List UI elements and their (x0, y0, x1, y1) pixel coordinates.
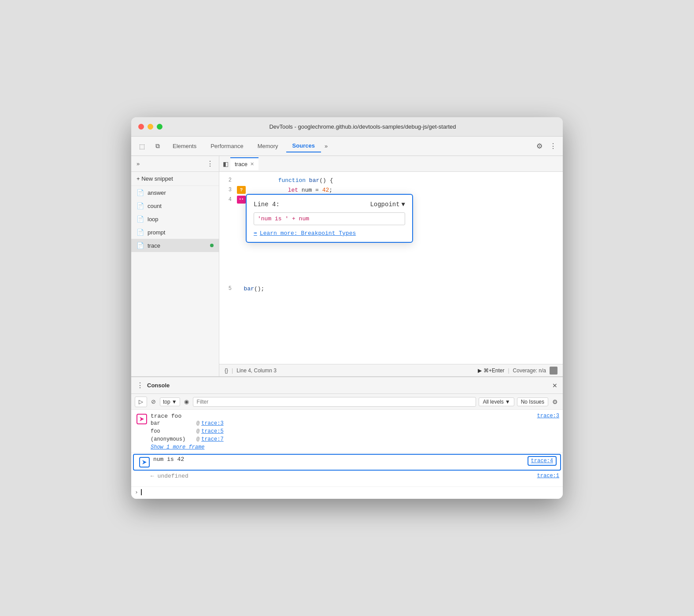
code-area[interactable]: 2 function bar() { 3 ? let num = 42; 4 (219, 172, 563, 364)
snippet-list: 📄 answer 📄 count 📄 loop 📄 prompt 📄 (131, 186, 219, 376)
tab-elements[interactable]: Elements (166, 140, 203, 152)
editor-area: ◧ trace ✕ 2 function bar() { 3 (219, 156, 563, 376)
tab-sources[interactable]: Sources (286, 140, 321, 152)
sidebar-options-icon[interactable]: ⋮ (205, 159, 215, 169)
logpoint-blue-icon[interactable] (139, 457, 150, 468)
logpoint-type-dropdown[interactable]: Logpoint ▼ (370, 201, 405, 208)
tab-bar: ⬚ ⧉ Elements Performance Memory Sources … (131, 137, 563, 156)
minimize-button[interactable] (148, 124, 153, 130)
console-toolbar: ▷ ⊘ top ▼ ◉ All levels ▼ No Issues ⚙ (131, 394, 563, 410)
traffic-lights (138, 124, 162, 130)
new-snippet-label: + New snippet (137, 175, 173, 182)
snippet-name: answer (148, 189, 166, 196)
circle-arrow-icon: ➡ (254, 230, 257, 237)
logpoint-source-link[interactable]: trace:4 (528, 456, 557, 466)
tab-performance[interactable]: Performance (204, 140, 249, 152)
prompt-cursor[interactable] (141, 489, 142, 495)
tab-close-icon[interactable]: ✕ (250, 161, 254, 167)
format-button[interactable]: {} (225, 367, 228, 374)
file-icon: 📄 (137, 215, 144, 223)
sidebar-toolbar: » ⋮ (131, 156, 219, 172)
show-more-link[interactable]: Show 1 more frame (151, 444, 204, 450)
trace-icon-container (135, 413, 149, 425)
stack-at: @ (196, 436, 199, 442)
stack-line-anon: (anonymous) @ trace:7 (151, 435, 534, 443)
learn-more-link[interactable]: ➡ Learn more: Breakpoint Types (254, 230, 405, 237)
logpoint-popup: Line 4: Logpoint ▼ ➡ Learn more: Breakpo… (246, 194, 413, 243)
console-section: ⋮ Console ✕ ▷ ⊘ top ▼ ◉ All levels ▼ No … (131, 376, 563, 499)
execute-script-button[interactable]: ▷ (135, 397, 147, 407)
return-icon-container (135, 473, 149, 485)
logpoint-badge-dots[interactable]: •• (237, 196, 246, 204)
device-icon[interactable]: ⧉ (151, 139, 165, 153)
snippet-item-answer[interactable]: 📄 answer (131, 186, 219, 199)
inspect-icon[interactable]: ⬚ (135, 139, 149, 153)
maximize-button[interactable] (157, 124, 162, 130)
close-button[interactable] (138, 124, 144, 130)
logpoint-expression-input[interactable] (254, 212, 405, 225)
sidebar: » ⋮ + New snippet 📄 answer 📄 count 📄 lo (131, 156, 219, 376)
logpoint-header: Line 4: Logpoint ▼ (254, 201, 405, 208)
sidebar-collapse-icon[interactable]: » (135, 159, 141, 169)
console-close-icon[interactable]: ✕ (552, 382, 557, 389)
stack-link-bar[interactable]: trace:3 (201, 420, 223, 427)
settings-icon[interactable]: ⚙ (534, 140, 545, 152)
sidebar-toggle-icon[interactable]: ◧ (223, 160, 229, 167)
trace-source-link[interactable]: trace:3 (534, 413, 559, 419)
file-icon: 📄 (137, 202, 144, 209)
trace-entry-body: trace foo bar @ trace:3 foo @ trace:5 (a… (149, 413, 534, 451)
console-drag-icon[interactable]: ⋮ (137, 381, 144, 390)
snippet-name: trace (148, 242, 160, 249)
play-icon: ▶ (478, 367, 482, 374)
devtools-window: DevTools - googlechrome.github.io/devtoo… (131, 117, 563, 499)
console-gear-icon[interactable]: ⚙ (551, 397, 559, 407)
snippet-item-prompt[interactable]: 📄 prompt (131, 226, 219, 239)
line-number: 4 (219, 197, 237, 203)
logpoint-pink-icon[interactable] (137, 414, 147, 424)
dropdown-arrow-icon: ▼ (402, 201, 405, 208)
levels-dropdown[interactable]: All levels ▼ (479, 397, 514, 406)
cursor-position: Line 4, Column 3 (236, 367, 474, 374)
filter-input[interactable] (193, 397, 476, 407)
breakpoint-badge-question[interactable]: ? (237, 186, 246, 194)
console-title: Console (147, 382, 549, 389)
context-value: top (163, 399, 170, 405)
more-options-icon[interactable]: ⋮ (547, 140, 559, 152)
main-area: » ⋮ + New snippet 📄 answer 📄 count 📄 lo (131, 156, 563, 376)
line-number: 5 (219, 286, 237, 292)
levels-arrow-icon: ▼ (505, 399, 510, 405)
code-line-3: 3 ? let num = 42; (219, 185, 563, 195)
context-selector[interactable]: top ▼ (160, 397, 180, 406)
console-entry-logpoint: num is 42 trace:4 (133, 454, 561, 471)
console-prompt: › (131, 487, 563, 497)
editor-tab-trace[interactable]: trace ✕ (230, 157, 258, 170)
block-icon[interactable]: ⊘ (150, 397, 157, 406)
snippet-item-count[interactable]: 📄 count (131, 199, 219, 212)
titlebar: DevTools - googlechrome.github.io/devtoo… (131, 117, 563, 137)
tab-memory[interactable]: Memory (251, 140, 284, 152)
window-title: DevTools - googlechrome.github.io/devtoo… (170, 123, 556, 130)
snippet-item-loop[interactable]: 📄 loop (131, 212, 219, 226)
snippet-item-trace[interactable]: 📄 trace (131, 239, 219, 252)
show-more-container: Show 1 more frame (151, 443, 534, 451)
coverage-icon[interactable] (550, 367, 557, 375)
issues-label: No Issues (521, 399, 544, 405)
tab-more[interactable]: » (323, 141, 329, 151)
breakpoint-indicator (210, 244, 214, 247)
stack-link-foo[interactable]: trace:5 (201, 428, 223, 434)
stack-line-foo: foo @ trace:5 (151, 427, 534, 435)
stack-at: @ (196, 420, 199, 427)
eye-icon[interactable]: ◉ (183, 397, 190, 406)
console-output: trace foo bar @ trace:3 foo @ trace:5 (a… (131, 410, 563, 499)
logpoint-entry-body: num is 42 (151, 456, 528, 463)
editor-tab-name: trace (235, 161, 247, 167)
run-button[interactable]: ▶ ⌘+Enter (478, 367, 505, 374)
return-source-link[interactable]: trace:1 (534, 473, 559, 479)
coverage-label: Coverage: n/a (513, 367, 546, 374)
file-icon: 📄 (137, 242, 144, 249)
stack-link-anon[interactable]: trace:7 (201, 436, 223, 442)
snippet-name: prompt (148, 229, 165, 236)
separator: | (232, 367, 233, 374)
new-snippet-button[interactable]: + New snippet (131, 172, 219, 186)
issues-button[interactable]: No Issues (517, 397, 548, 406)
